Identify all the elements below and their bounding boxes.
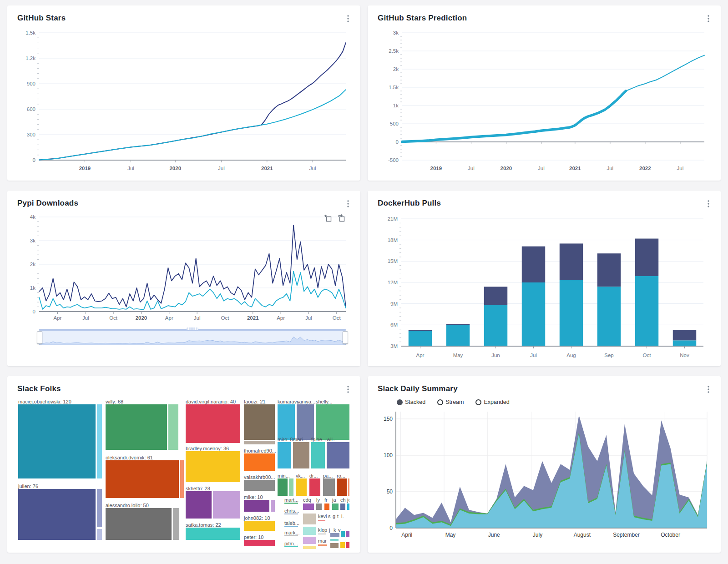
treemap-cell[interactable] (340, 504, 345, 510)
treemap-cell[interactable] (18, 404, 96, 478)
legend-item-stream[interactable]: Stream (437, 399, 464, 405)
treemap-cell[interactable] (106, 404, 167, 450)
treemap-label: saniya.... (297, 399, 317, 404)
treemap-cell[interactable] (311, 442, 325, 468)
panel-github-stars: GitHub Stars 03006009001.2k1.5k2019Jul20… (7, 5, 360, 181)
slider-handle-left[interactable] (37, 331, 42, 344)
treemap-label: chris... (284, 508, 299, 514)
treemap-cell[interactable] (330, 543, 339, 548)
more-options-button[interactable] (705, 199, 712, 211)
treemap-label: l. (341, 514, 344, 519)
treemap-cell[interactable] (303, 504, 314, 510)
treemap-cell[interactable] (316, 504, 322, 510)
panel-title: Slack Folks (17, 384, 61, 393)
treemap-cell[interactable] (346, 542, 349, 548)
treemap-cell[interactable] (97, 529, 102, 540)
treemap-cell[interactable] (303, 546, 316, 549)
treemap-cell[interactable] (346, 531, 349, 537)
treemap-cell[interactable] (244, 500, 269, 512)
treemap-cell[interactable] (106, 460, 179, 498)
treemap-cell[interactable] (278, 404, 295, 440)
more-options-button[interactable] (345, 384, 351, 396)
legend-item-stacked[interactable]: Stacked (397, 399, 425, 405)
treemap-cell[interactable] (323, 478, 335, 496)
more-options-button[interactable] (345, 199, 351, 211)
svg-text:2020: 2020 (169, 166, 181, 171)
treemap-cell[interactable] (186, 528, 240, 540)
treemap-cell[interactable] (244, 404, 275, 440)
treemap-cell[interactable] (186, 404, 240, 443)
svg-text:Oct: Oct (109, 315, 118, 321)
treemap-cell[interactable] (289, 478, 293, 496)
svg-text:Jul: Jul (607, 166, 613, 171)
slider-handle-right[interactable] (343, 331, 348, 344)
treemap-cell[interactable] (332, 504, 339, 510)
chart-legend: Stacked Stream Expanded (397, 397, 721, 407)
treemap-cell[interactable] (213, 491, 240, 519)
treemap-cell[interactable] (330, 539, 339, 541)
treemap-cell[interactable] (296, 478, 307, 496)
treemap-cell[interactable] (303, 527, 316, 535)
treemap-cell[interactable] (284, 546, 298, 547)
panel-title: DockerHub Pulls (378, 199, 441, 208)
panel-title: Pypi Downloads (17, 199, 78, 208)
more-options-button[interactable] (705, 14, 712, 25)
treemap-cell[interactable] (97, 404, 102, 478)
treemap-cell[interactable] (318, 544, 327, 546)
treemap-cell[interactable] (186, 491, 212, 519)
treemap-cell[interactable] (244, 441, 275, 444)
treemap-cell[interactable] (318, 520, 325, 521)
treemap-cell[interactable] (97, 489, 102, 527)
restore-icon[interactable] (337, 214, 345, 222)
treemap-cell[interactable] (318, 534, 326, 534)
treemap-cell[interactable] (297, 404, 314, 440)
treemap-label: ja (332, 497, 336, 503)
bar-pulls-base (560, 280, 583, 346)
legend-item-expanded[interactable]: Expanded (475, 399, 509, 405)
treemap-cell[interactable] (348, 478, 349, 496)
svg-text:Apr: Apr (416, 352, 425, 358)
treemap-label: cdq (303, 497, 311, 503)
treemap-label: jo (347, 497, 349, 503)
treemap-cell[interactable] (278, 442, 291, 468)
treemap-cell[interactable] (284, 535, 298, 536)
treemap-cell[interactable] (347, 504, 349, 510)
treemap-cell[interactable] (106, 508, 172, 540)
treemap-cell[interactable] (340, 542, 345, 548)
treemap-cell[interactable] (309, 478, 320, 496)
more-options-button[interactable] (345, 14, 351, 25)
treemap-cell[interactable] (180, 460, 184, 498)
treemap-cell[interactable] (303, 514, 316, 524)
treemap-cell[interactable] (168, 404, 178, 450)
treemap-cell[interactable] (271, 500, 275, 512)
treemap-cell[interactable] (337, 478, 347, 496)
treemap-cell[interactable] (173, 508, 179, 540)
treemap-cell[interactable] (330, 533, 339, 537)
treemap-label: k (334, 527, 336, 533)
treemap-cell[interactable] (324, 504, 329, 510)
treemap-cell[interactable] (18, 489, 96, 540)
more-options-button[interactable] (705, 384, 712, 396)
treemap-cell[interactable] (284, 503, 298, 504)
svg-text:150: 150 (384, 416, 393, 422)
box-select-zoom-icon[interactable] (324, 214, 332, 222)
dockerhub-pulls-chart: 3M6M9M12M15M18M21MAprMayJunJulAugSepOctN… (368, 212, 721, 363)
treemap-cell[interactable] (284, 526, 298, 527)
svg-text:Jun: Jun (491, 352, 500, 358)
treemap-cell[interactable] (244, 480, 275, 491)
svg-text:2k: 2k (393, 66, 399, 72)
treemap-cell[interactable] (244, 540, 275, 546)
treemap-cell[interactable] (293, 442, 309, 468)
treemap-cell[interactable] (284, 514, 298, 514)
data-zoom-slider[interactable] (39, 329, 346, 345)
treemap-cell[interactable] (244, 453, 275, 471)
slider-grip[interactable] (187, 327, 198, 330)
treemap-cell[interactable] (303, 537, 316, 544)
treemap-cell[interactable] (327, 442, 349, 468)
treemap-cell[interactable] (186, 451, 240, 482)
treemap-cell[interactable] (316, 404, 349, 440)
treemap-cell[interactable] (278, 478, 288, 496)
svg-text:-500: -500 (388, 157, 399, 163)
treemap-cell[interactable] (244, 521, 275, 531)
treemap-cell[interactable] (341, 531, 345, 537)
